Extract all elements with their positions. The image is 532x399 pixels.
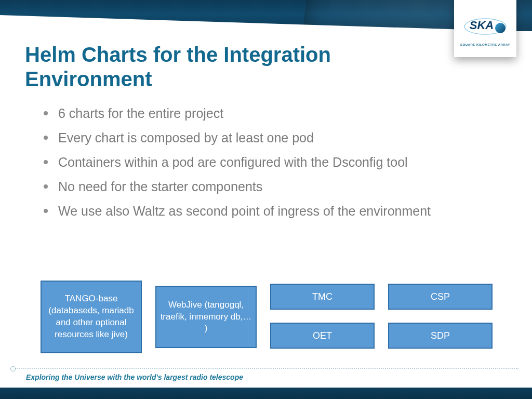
ska-logo-icon: SKA: [462, 11, 509, 42]
box-sdp: SDP: [388, 323, 493, 349]
bullet-item: Containers within a pod are configured w…: [41, 153, 493, 172]
box-oet: OET: [270, 323, 375, 349]
header-banner: [0, 0, 532, 31]
box-tango-base: TANGO-base (databaseds, mariadb and othe…: [41, 281, 142, 353]
svg-text:SKA: SKA: [470, 19, 494, 32]
box-csp: CSP: [388, 284, 493, 310]
chart-boxes-row: TANGO-base (databaseds, mariadb and othe…: [41, 281, 493, 353]
bullet-item: 6 charts for the entire project: [41, 104, 493, 123]
slide-footer: Exploring the Universe with the world's …: [0, 368, 532, 399]
box-small-grid: TMC CSP OET SDP: [270, 284, 493, 350]
banner-diagonal: [0, 15, 532, 31]
box-webjive: WebJive (tangogql, traefik, inmemory db,…: [155, 286, 257, 348]
logo-box: SKA SQUARE KILOMETRE ARRAY: [454, 0, 516, 57]
svg-point-1: [495, 23, 506, 33]
bullet-list: 6 charts for the entire project Every ch…: [41, 104, 493, 226]
footer-divider: [14, 368, 518, 369]
slide: SKA SQUARE KILOMETRE ARRAY Helm Charts f…: [0, 0, 532, 399]
bullet-item: Every chart is composed by at least one …: [41, 128, 493, 148]
slide-title: Helm Charts for the Integration Environm…: [25, 43, 420, 91]
logo-subtitle: SQUARE KILOMETRE ARRAY: [460, 43, 510, 46]
bullet-item: We use also Waltz as second point of ing…: [41, 202, 493, 221]
box-tmc: TMC: [270, 284, 375, 310]
footer-band: [0, 388, 532, 399]
bullet-item: No need for the starter components: [41, 177, 493, 196]
footer-tagline: Exploring the Universe with the world's …: [26, 373, 243, 381]
